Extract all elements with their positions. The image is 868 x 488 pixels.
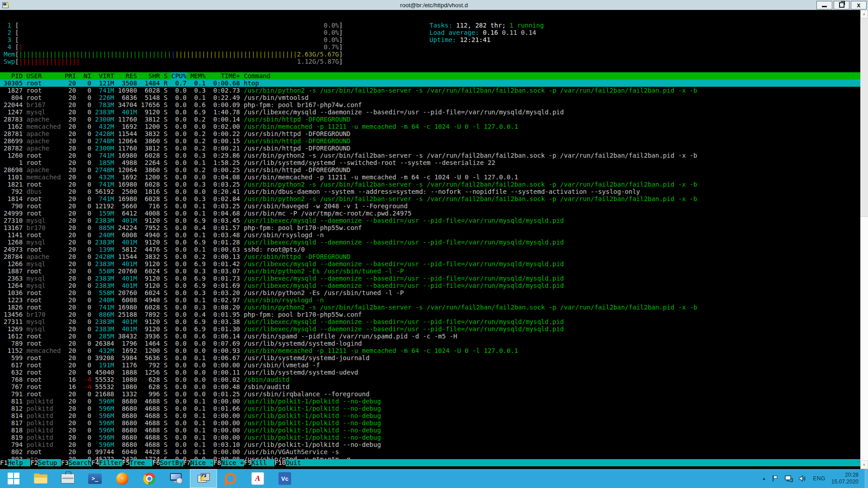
- process-row[interactable]: 1247 mysql 20 0 2383M 401M 9120 S 0.0 6.…: [0, 108, 860, 116]
- process-row[interactable]: 790 root 20 0 12192 5660 716 S 0.0 0.1 0…: [0, 202, 860, 210]
- column-header-ni[interactable]: NI: [80, 72, 91, 80]
- fkey-action-nice[interactable]: Nice +: [221, 459, 244, 466]
- taskbar-clock[interactable]: 20:28 15.07.2020: [831, 472, 859, 485]
- terminal[interactable]: 1 [ 0.0%] 2 [ 0.0%] 3 [: [0, 10, 868, 469]
- fkey-action-search[interactable]: Search: [69, 459, 92, 466]
- process-row[interactable]: 1612 root 20 0 285M 38432 3936 S 0.0 0.6…: [0, 333, 860, 340]
- close-button[interactable]: x: [851, 1, 867, 9]
- fkey-action-filter[interactable]: Filter: [99, 459, 122, 466]
- process-row[interactable]: 768 root 16 -4 55532 1080 628 S 0.0 0.0 …: [0, 376, 860, 383]
- terminal-scrollbar[interactable]: ˄ ˅: [860, 10, 868, 469]
- process-row[interactable]: 599 root 20 0 39208 5984 5636 S 0.0 0.1 …: [0, 354, 860, 361]
- process-row[interactable]: 1821 root 20 0 741M 16980 6028 S 0.0 0.3…: [0, 181, 860, 188]
- process-row[interactable]: 27311 mysql 20 0 2383M 401M 9120 S 0.0 6…: [0, 318, 860, 325]
- process-row[interactable]: 814 polkitd 20 0 596M 8680 4688 S 0.0 0.…: [0, 412, 860, 419]
- powershell-taskbar-button[interactable]: >_: [81, 469, 108, 488]
- vnc-taskbar-button[interactable]: Vc: [271, 469, 298, 488]
- fkey-action-quit[interactable]: Quit: [286, 459, 309, 466]
- process-row[interactable]: 1101 memcached 20 0 432M 1692 1200 S 0.0…: [0, 174, 860, 181]
- volume-icon[interactable]: [799, 475, 807, 482]
- column-header-command[interactable]: Command: [244, 72, 270, 80]
- process-row[interactable]: 27310 mysql 20 0 2383M 401M 9120 S 0.0 6…: [0, 217, 860, 224]
- column-header-mem[interactable]: MEM%: [190, 72, 206, 80]
- column-header-shr[interactable]: SHR: [141, 72, 160, 80]
- process-row[interactable]: 1887 root 20 0 558M 20760 6024 S 0.0 0.3…: [0, 267, 860, 275]
- column-header-user[interactable]: USER: [27, 72, 61, 80]
- process-row[interactable]: 1036 root 20 0 558M 20760 6024 S 0.0 0.3…: [0, 289, 860, 296]
- column-header-pid[interactable]: PID: [4, 72, 23, 80]
- fkey-action-help[interactable]: Help: [8, 459, 31, 466]
- column-header-cpu[interactable]: CPU%: [171, 72, 187, 80]
- process-row[interactable]: 1141 root 20 0 240M 6008 4940 S 0.0 0.1 …: [0, 231, 860, 239]
- process-row[interactable]: 1814 root 20 0 741M 16980 6028 S 0.0 0.3…: [0, 195, 860, 202]
- process-row[interactable]: 819 polkitd 20 0 596M 8680 4688 S 0.0 0.…: [0, 434, 860, 441]
- process-row[interactable]: 1152 memcached 20 0 432M 1692 1200 S 0.0…: [0, 347, 860, 354]
- scrollbar-thumb[interactable]: [860, 216, 868, 461]
- process-row[interactable]: 1826 root 20 0 741M 16980 6028 S 0.0 0.3…: [0, 304, 860, 311]
- process-row[interactable]: 28783 apache 20 0 2300M 11760 3812 S 0.0…: [0, 116, 860, 123]
- scroll-up-icon[interactable]: ˄: [860, 10, 868, 19]
- show-desktop-button[interactable]: [865, 469, 868, 488]
- process-row[interactable]: 817 polkitd 20 0 596M 8680 4688 S 0.0 0.…: [0, 419, 860, 427]
- minimize-button[interactable]: [816, 1, 832, 9]
- process-row[interactable]: 1268 mysql 20 0 2383M 401M 9120 S 0.0 6.…: [0, 239, 860, 246]
- process-row[interactable]: 13167 br170 20 0 885M 24224 7952 S 0.0 0…: [0, 224, 860, 231]
- process-row[interactable]: 1827 root 20 0 741M 16980 6028 S 0.0 0.3…: [0, 87, 860, 94]
- process-row[interactable]: 1264 mysql 20 0 2383M 401M 9120 S 0.0 6.…: [0, 282, 860, 289]
- remote-desktop-taskbar-button[interactable]: [163, 469, 190, 488]
- process-row[interactable]: 28781 apache 20 0 2428M 11544 3832 S 0.0…: [0, 130, 860, 137]
- process-row[interactable]: 617 root 20 0 191M 1176 792 S 0.0 0.0 0:…: [0, 361, 860, 369]
- fkey-action-setup[interactable]: Setup: [38, 459, 61, 466]
- process-row[interactable]: 802 root 20 0 99744 6040 4428 S 0.0 0.1 …: [0, 448, 860, 455]
- fkey-action-sortby[interactable]: SortBy: [160, 459, 183, 466]
- process-row[interactable]: 22044 br167 20 0 783M 34704 17656 S 0.0 …: [0, 101, 860, 108]
- process-row[interactable]: 811 polkitd 20 0 596M 8680 4688 S 0.0 0.…: [0, 398, 860, 405]
- fkey-action-kill[interactable]: Kill: [251, 459, 274, 466]
- process-row[interactable]: 2363 mysql 20 0 2383M 401M 9120 S 0.0 6.…: [0, 275, 860, 282]
- explorer-taskbar-button[interactable]: [27, 469, 54, 488]
- server-manager-taskbar-button[interactable]: [54, 469, 81, 488]
- firefox-taskbar-button[interactable]: [108, 469, 136, 488]
- process-row[interactable]: 1223 root 20 0 240M 6008 4940 S 0.0 0.1 …: [0, 296, 860, 304]
- process-row[interactable]: 818 polkitd 20 0 596M 8680 4688 S 0.0 0.…: [0, 427, 860, 434]
- restore-button[interactable]: [834, 1, 849, 9]
- action-center-flag-icon[interactable]: [772, 475, 779, 482]
- process-row[interactable]: 1 root 20 0 185M 4988 2264 S 0.0 0.1 1:5…: [0, 159, 860, 166]
- process-table-header[interactable]: PID USER PRI NI VIRT RES SHR S CPU% MEM%…: [0, 72, 860, 80]
- column-header-pri[interactable]: PRI: [65, 72, 76, 80]
- language-indicator[interactable]: ENG: [813, 475, 826, 482]
- process-row[interactable]: 24973 root 20 0 139M 5812 4476 S 0.0 0.1…: [0, 246, 860, 253]
- process-row[interactable]: 791 root 20 0 21688 1332 996 S 0.0 0.0 0…: [0, 390, 860, 398]
- process-row[interactable]: 1260 root 20 0 741M 16980 6028 S 0.0 0.3…: [0, 152, 860, 159]
- start-button[interactable]: [0, 469, 27, 488]
- process-row[interactable]: 24999 root 20 0 159M 6412 4008 S 0.0 0.1…: [0, 210, 860, 217]
- putty-taskbar-button[interactable]: [190, 469, 217, 488]
- network-icon[interactable]: [785, 475, 793, 482]
- process-row[interactable]: 792 dbus 20 0 56192 2500 1816 S 0.0 0.0 …: [0, 188, 860, 195]
- process-row[interactable]: 794 polkitd 20 0 596M 8680 4688 S 0.0 0.…: [0, 441, 860, 448]
- process-row[interactable]: 28782 apache 20 0 2300M 11760 3812 S 0.0…: [0, 145, 860, 152]
- column-header-virt[interactable]: VIRT: [95, 72, 114, 80]
- chrome-taskbar-button[interactable]: [136, 469, 163, 488]
- acrobat-taskbar-button[interactable]: A: [244, 469, 271, 488]
- process-row[interactable]: 1162 memcached 20 0 432M 1692 1200 S 0.0…: [0, 123, 860, 130]
- fkey-action-nice[interactable]: Nice -: [190, 459, 213, 466]
- process-row[interactable]: 789 root 20 0 26384 1796 1464 S 0.0 0.0 …: [0, 340, 860, 347]
- column-header-s[interactable]: S: [164, 72, 167, 80]
- process-row[interactable]: 767 root 16 -4 55532 1080 628 S 0.0 0.0 …: [0, 383, 860, 390]
- process-row[interactable]: 28699 apache 20 0 2748M 12064 3860 S 0.0…: [0, 137, 860, 145]
- tray-expand-icon[interactable]: ▲: [762, 476, 766, 481]
- process-row[interactable]: 632 root 20 0 45040 1888 1256 S 0.0 0.0 …: [0, 369, 860, 376]
- process-row[interactable]: 28784 apache 20 0 2428M 11544 3832 S 0.0…: [0, 253, 860, 260]
- column-header-time[interactable]: TIME+: [209, 72, 240, 80]
- column-header-res[interactable]: RES: [118, 72, 137, 80]
- process-row[interactable]: 812 polkitd 20 0 596M 8680 4688 S 0.0 0.…: [0, 405, 860, 412]
- fkey-action-tree[interactable]: Tree: [130, 459, 153, 466]
- powerpoint-taskbar-button[interactable]: [217, 469, 244, 488]
- process-row[interactable]: 30305 root 20 0 121M 3508 1484 R 0.7 0.1…: [0, 80, 860, 87]
- window-titlebar[interactable]: root@br:/etc/httpd/vhost.d x: [0, 0, 868, 10]
- process-row[interactable]: 13456 br170 20 0 886M 25188 7892 S 0.0 0…: [0, 311, 860, 318]
- process-row[interactable]: 1269 mysql 20 0 2383M 401M 9120 S 0.0 6.…: [0, 325, 860, 333]
- process-row[interactable]: 1266 mysql 20 0 2383M 401M 9120 S 0.0 6.…: [0, 260, 860, 267]
- process-row[interactable]: 804 root 20 0 226M 6836 5148 S 0.0 0.1 0…: [0, 94, 860, 101]
